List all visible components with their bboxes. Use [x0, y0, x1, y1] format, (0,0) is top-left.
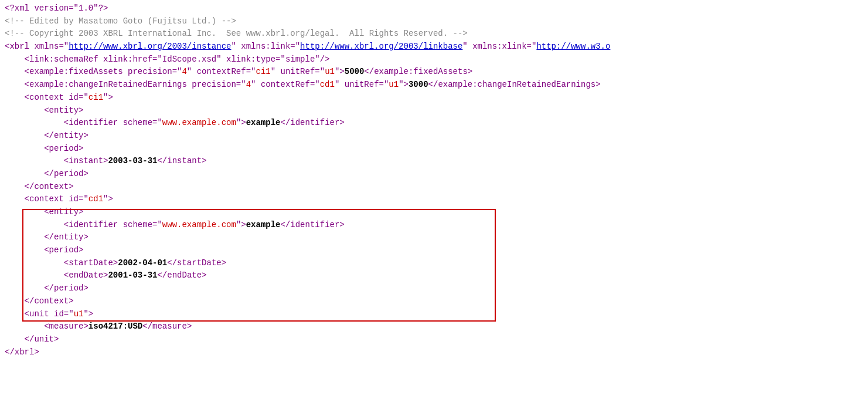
line-12: <period> [0, 143, 868, 156]
line-4: <xbrl xmlns="http://www.xbrl.org/2003/in… [0, 40, 868, 53]
retained-earnings-value: 3000 [409, 80, 428, 89]
context-cd1-close: </context> [25, 296, 74, 306]
line-28: </xbrl> [0, 346, 868, 359]
fixed-assets-context-attr: " contextRef=" [187, 67, 256, 76]
line-22: <endDate>2001-03-31</endDate> [0, 269, 868, 282]
line-23: </period> [0, 282, 868, 295]
startdate-value: 2002-04-01 [118, 258, 167, 268]
retained-earnings-context-attr: " contextRef=" [251, 80, 320, 89]
instant-value: 2003-03-31 [108, 156, 157, 165]
comment-2: <!-- Copyright 2003 XBRL International I… [5, 29, 468, 38]
instant-open: <instant> [64, 156, 108, 165]
entity-cd1-close: </entity> [44, 232, 88, 242]
measure-close: </measure> [142, 322, 192, 331]
identifier-cd1-open: <identifier scheme=" [64, 220, 162, 229]
line-17: <entity> [0, 206, 868, 219]
retained-earnings-close: </example:changeInRetainedEarnings> [428, 80, 601, 89]
line-11: </entity> [0, 130, 868, 143]
line-8: <context id="ci1"> [0, 92, 868, 104]
line-21: <startDate>2002-04-01</startDate> [0, 257, 868, 270]
fixed-assets-value: 5000 [345, 67, 365, 76]
xmlns-xlink-attr: " xmlns:xlink=" [462, 42, 536, 51]
startdate-close: </startDate> [167, 258, 226, 268]
xbrl-open: <xbrl xmlns=" [5, 42, 69, 51]
schemaref: <link:schemaRef xlink:href="IdScope.xsd"… [25, 55, 330, 64]
line-14: </period> [0, 168, 868, 181]
startdate-open: <startDate> [64, 258, 118, 268]
identifier-ci1-value: example [246, 118, 281, 127]
xbrl-close: </xbrl> [5, 347, 39, 357]
identifier-ci1-open: <identifier scheme=" [64, 118, 162, 127]
line-18: <identifier scheme="www.example.com">exa… [0, 219, 868, 232]
retained-earnings-bracket: "> [399, 80, 409, 89]
enddate-value: 2001-03-31 [108, 271, 157, 280]
line-26: <measure>iso4217:USD</measure> [0, 320, 868, 333]
retained-earnings-unit-val: u1 [389, 80, 399, 89]
entity-cd1-open: <entity> [44, 207, 83, 217]
code-container: <?xml version="1.0"?> <!-- Edited by Mas… [0, 0, 868, 409]
xmlns-instance: http://www.xbrl.org/2003/instance [69, 42, 231, 51]
identifier-cd1-bracket: "> [236, 220, 246, 229]
line-24: </context> [0, 295, 868, 308]
period-ci1-close: </period> [44, 169, 88, 178]
context-cd1-open: <context id=" [25, 194, 88, 204]
retained-earnings-context-val: cd1 [320, 80, 335, 89]
line-2: <!-- Edited by Masatomo Goto (Fujitsu Lt… [0, 15, 868, 28]
context-ci1-bracket: "> [103, 93, 113, 102]
fixed-assets-precision: 4 [182, 67, 186, 76]
xml-declaration: <?xml version="1.0"?> [5, 4, 108, 13]
retained-earnings-open: <example:changeInRetainedEarnings precis… [25, 80, 246, 89]
line-25: <unit id="u1"> [0, 308, 868, 321]
xmlns-link-val: http://www.xbrl.org/2003/linkbase [300, 42, 462, 51]
line-7: <example:changeInRetainedEarnings precis… [0, 79, 868, 92]
identifier-cd1-value: example [246, 220, 281, 229]
retained-earnings-unit-attr: " unitRef=" [335, 80, 389, 89]
identifier-cd1-scheme: www.example.com [162, 220, 236, 229]
line-27: </unit> [0, 333, 868, 346]
identifier-ci1-close: </identifier> [281, 118, 345, 127]
period-cd1-open: <period> [44, 245, 83, 255]
measure-value: iso4217:USD [88, 322, 142, 331]
line-9: <entity> [0, 104, 868, 117]
retained-earnings-precision: 4 [246, 80, 251, 89]
line-13: <instant>2003-03-31</instant> [0, 155, 868, 168]
context-cd1-bracket: "> [103, 194, 113, 204]
line-5: <link:schemaRef xlink:href="IdScope.xsd"… [0, 53, 868, 66]
instant-close: </instant> [157, 156, 206, 165]
fixed-assets-unit-val: u1 [325, 67, 335, 76]
unit-close: </unit> [25, 334, 59, 344]
fixed-assets-unit-attr: " unitRef=" [271, 67, 325, 76]
unit-id: u1 [74, 309, 84, 319]
xmlns-link-attr: " xmlns:link=" [231, 42, 300, 51]
period-cd1-close: </period> [44, 283, 88, 293]
enddate-open: <endDate> [64, 271, 108, 280]
entity-ci1-close: </entity> [44, 131, 88, 140]
line-20: <period> [0, 244, 868, 257]
context-ci1-id: ci1 [88, 93, 103, 102]
line-16: <context id="cd1"> [0, 193, 868, 206]
measure-open: <measure> [44, 322, 88, 331]
unit-open: <unit id=" [25, 309, 74, 319]
fixed-assets-close: </example:fixedAssets> [364, 67, 472, 76]
fixed-assets-bracket: "> [335, 67, 345, 76]
identifier-cd1-close: </identifier> [281, 220, 345, 229]
line-10: <identifier scheme="www.example.com">exa… [0, 117, 868, 130]
identifier-ci1-bracket: "> [236, 118, 246, 127]
xmlns-xlink-val: http://www.w3.o [536, 42, 610, 51]
line-1: <?xml version="1.0"?> [0, 2, 868, 15]
line-19: </entity> [0, 231, 868, 244]
fixed-assets-open: <example:fixedAssets precision=" [25, 67, 182, 76]
context-ci1-open: <context id=" [25, 93, 88, 102]
line-15: </context> [0, 181, 868, 194]
enddate-close: </endDate> [157, 271, 206, 280]
period-ci1-open: <period> [44, 144, 83, 153]
entity-ci1-open: <entity> [44, 106, 83, 115]
unit-bracket: "> [83, 309, 93, 319]
comment-1: <!-- Edited by Masatomo Goto (Fujitsu Lt… [5, 16, 236, 26]
context-ci1-close: </context> [25, 182, 74, 191]
identifier-ci1-scheme: www.example.com [162, 118, 236, 127]
line-6: <example:fixedAssets precision="4" conte… [0, 66, 868, 79]
fixed-assets-context-val: ci1 [256, 67, 270, 76]
context-cd1-id: cd1 [88, 194, 103, 204]
line-3: <!-- Copyright 2003 XBRL International I… [0, 28, 868, 40]
